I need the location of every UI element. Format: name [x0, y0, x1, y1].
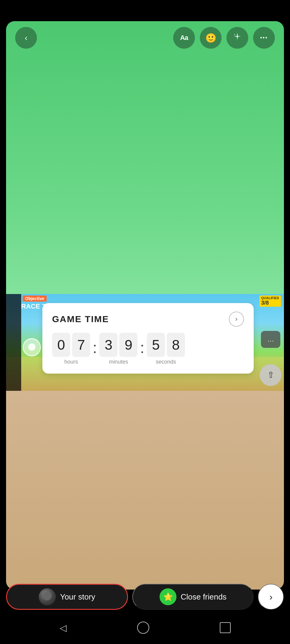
nav-home-icon[interactable]: [137, 622, 149, 634]
share-next-icon: ›: [269, 591, 273, 603]
close-friends-icon: ⭐: [160, 588, 176, 605]
sparkle-tool-button[interactable]: [226, 27, 248, 49]
android-nav-bar: ◁: [0, 611, 290, 644]
minutes-digit-0: 3: [99, 333, 117, 357]
colon-1: :: [90, 338, 99, 357]
main-content: ‹ Aa 🙂: [6, 21, 284, 590]
seconds-group: 5 8 seconds: [147, 333, 185, 365]
objective-badge: Objective: [23, 296, 47, 302]
text-tool-label: Aa: [180, 34, 188, 42]
avatar-image: [39, 588, 56, 605]
sticker-icon: 🙂: [205, 33, 216, 43]
game-chat-button[interactable]: …: [261, 331, 280, 348]
minutes-label: minutes: [109, 359, 128, 365]
next-chevron-icon: ›: [235, 315, 237, 323]
hours-group: 0 7 hours: [52, 333, 90, 365]
widget-title: GAME TIME: [52, 314, 109, 324]
text-tool-button[interactable]: Aa: [173, 27, 195, 49]
minutes-group: 3 9 minutes: [99, 333, 137, 365]
sparkle-icon: [232, 32, 242, 44]
toolbar-left: ‹: [15, 27, 37, 49]
seconds-label: seconds: [156, 359, 176, 365]
share-next-button[interactable]: ›: [258, 584, 284, 610]
story-avatar: [39, 588, 56, 605]
hours-digits: 0 7: [52, 333, 90, 357]
nav-recents-icon[interactable]: [220, 622, 231, 633]
time-display: 0 7 hours : 3: [52, 333, 244, 365]
sticker-tool-button[interactable]: 🙂: [200, 27, 222, 49]
qualified-badge: QUALIFIED 3/8: [259, 296, 281, 307]
hours-digit-1: 7: [72, 333, 90, 357]
seconds-digit-1: 8: [167, 333, 185, 357]
seconds-digits: 5 8: [147, 333, 185, 357]
game-up-button[interactable]: ⇧: [260, 364, 282, 386]
chat-icon: …: [267, 335, 274, 343]
more-icon: •••: [260, 35, 268, 41]
minutes-digit-1: 9: [119, 333, 137, 357]
star-icon: ⭐: [163, 592, 173, 602]
joystick-control[interactable]: [23, 338, 41, 356]
back-button[interactable]: ‹: [15, 27, 37, 49]
hours-digit-0: 0: [52, 333, 70, 357]
game-area: Objective RACE TO FI QUALIFIED 3/8 … ⇧: [6, 294, 284, 391]
phone-screen: ‹ Aa 🙂: [0, 0, 290, 644]
up-arrow-icon: ⇧: [267, 370, 274, 380]
hours-label: hours: [64, 359, 78, 365]
widget-next-button[interactable]: ›: [229, 312, 244, 327]
more-button[interactable]: •••: [253, 27, 275, 49]
close-friends-label: Close friends: [181, 592, 227, 602]
game-time-widget: GAME TIME › 0 7: [42, 303, 254, 374]
back-icon: ‹: [25, 33, 28, 43]
seconds-digit-0: 5: [147, 333, 165, 357]
game-left-panel: [6, 294, 21, 391]
minutes-digits: 3 9: [99, 333, 137, 357]
bottom-action-bar: Your story ⭐ Close friends ›: [6, 582, 284, 611]
nav-back-icon[interactable]: ◁: [60, 623, 67, 633]
widget-header: GAME TIME ›: [52, 312, 244, 327]
your-story-label: Your story: [60, 592, 95, 602]
toolbar-right: Aa 🙂 •••: [173, 27, 275, 49]
your-story-button[interactable]: Your story: [6, 584, 128, 610]
close-friends-button[interactable]: ⭐ Close friends: [132, 584, 254, 610]
toolbar: ‹ Aa 🙂: [6, 21, 284, 54]
colon-2: :: [137, 338, 147, 357]
